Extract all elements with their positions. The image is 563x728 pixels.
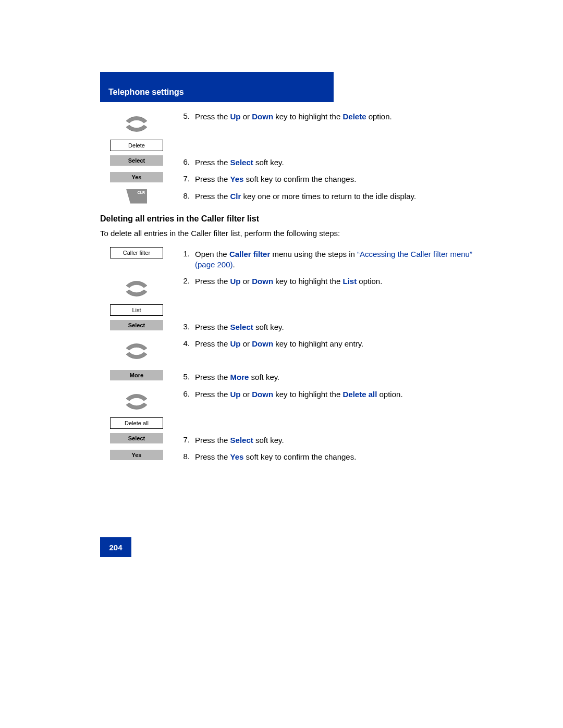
step-number: 5. — [173, 112, 195, 122]
content-area: Delete5.Press the Up or Down key to high… — [100, 109, 476, 466]
highlight-term: Delete — [342, 112, 366, 121]
step-number: 7. — [173, 435, 195, 446]
highlight-term: Clr — [230, 192, 241, 201]
step-text-fragment: Press the — [195, 192, 230, 201]
highlight-term: Up — [230, 112, 241, 121]
step-text: Press the More soft key. — [195, 372, 476, 382]
up-down-key-icon — [122, 274, 151, 303]
instruction-row: 4.Press the Up or Down key to highlight … — [100, 337, 476, 366]
icon-column: More — [100, 370, 173, 380]
step-text-fragment: soft key. — [253, 436, 284, 445]
step-text-fragment: menu using the steps in — [270, 250, 357, 258]
highlight-term: Down — [252, 112, 273, 121]
clr-key-icon: CLR — [126, 189, 147, 204]
step-text-fragment: Open the — [195, 250, 229, 258]
step-text-fragment: soft key. — [253, 323, 284, 331]
text-column: 8.Press the Clr key one or more times to… — [173, 189, 476, 202]
step-text: Open the Caller filter menu using the st… — [195, 249, 476, 270]
highlight-term: Up — [230, 339, 241, 348]
step-text-fragment: Press the — [195, 373, 230, 381]
header-title: Telephone settings — [108, 88, 184, 97]
text-column: 7.Press the Yes soft key to confirm the … — [173, 172, 476, 184]
step-number: 8. — [173, 191, 195, 202]
text-column: 6.Press the Up or Down key to highlight … — [173, 387, 476, 400]
step-text-fragment: option. — [366, 112, 392, 121]
step-text-fragment: Press the — [195, 112, 230, 121]
step-text-fragment: Press the — [195, 158, 230, 167]
step-text: Press the Yes soft key to confirm the ch… — [195, 174, 476, 184]
step-text: Press the Yes soft key to confirm the ch… — [195, 452, 476, 462]
step-text: Press the Select soft key. — [195, 435, 476, 446]
step-text-fragment: option. — [377, 390, 402, 399]
step-text-fragment: soft key to confirm the changes. — [243, 452, 356, 461]
step-text: Press the Select soft key. — [195, 157, 476, 168]
step-text: Press the Up or Down key to highlight an… — [195, 339, 476, 349]
step-text-fragment: soft key. — [249, 373, 279, 381]
step-number: 7. — [173, 174, 195, 184]
icon-column: Caller filter — [100, 247, 173, 258]
step-text-fragment: Press the — [195, 277, 230, 286]
instruction-row: Delete all6.Press the Up or Down key to … — [100, 387, 476, 429]
icon-column: Delete — [100, 109, 173, 151]
step-number: 3. — [173, 322, 195, 332]
highlight-term: Yes — [230, 452, 244, 461]
step-number: 6. — [173, 389, 195, 400]
icon-column: Select — [100, 433, 173, 443]
softkey-label: Select — [110, 433, 163, 443]
step-text-fragment: Press the — [195, 452, 230, 461]
instruction-row: Select6.Press the Select soft key. — [100, 155, 476, 168]
up-down-key-icon — [122, 387, 151, 416]
highlight-term: Select — [230, 323, 253, 331]
step-number: 6. — [173, 157, 195, 168]
highlight-term: List — [342, 277, 357, 286]
menu-option-box: Delete — [110, 140, 163, 151]
text-column: 2.Press the Up or Down key to highlight … — [173, 274, 476, 287]
step-text-fragment: Press the — [195, 175, 230, 183]
highlight-term: Yes — [230, 175, 244, 183]
instruction-row: Yes8.Press the Yes soft key to confirm t… — [100, 450, 476, 462]
step-text-fragment: or — [241, 112, 252, 121]
step-text: Press the Clr key one or more times to r… — [195, 191, 476, 202]
icon-column: List — [100, 274, 173, 316]
instruction-row: Caller filter1.Open the Caller filter me… — [100, 247, 476, 270]
text-column: 5.Press the Up or Down key to highlight … — [173, 109, 476, 122]
step-number: 1. — [173, 249, 195, 270]
step-text-fragment: soft key. — [253, 158, 284, 167]
step-number: 2. — [173, 276, 195, 287]
highlight-term: More — [230, 373, 249, 381]
step-text-fragment: or — [241, 390, 252, 399]
section2-steps: Caller filter1.Open the Caller filter me… — [100, 247, 476, 463]
step-text: Press the Up or Down key to highlight th… — [195, 112, 476, 122]
highlight-term: Down — [252, 277, 273, 286]
section2-heading: Deleting all entries in the Caller filte… — [100, 214, 476, 224]
softkey-label: More — [110, 370, 163, 380]
highlight-term: Down — [252, 390, 273, 399]
page-number: 204 — [100, 537, 131, 557]
step-text-fragment: key one or more times to return to the i… — [241, 192, 416, 201]
highlight-term: Delete all — [342, 390, 377, 399]
icon-column — [100, 337, 173, 366]
text-column: 7.Press the Select soft key. — [173, 433, 476, 446]
step-text: Press the Select soft key. — [195, 322, 476, 332]
icon-column: Yes — [100, 172, 173, 182]
step-text-fragment: key to highlight the — [273, 390, 342, 399]
icon-column: CLR — [100, 189, 173, 204]
softkey-label: Select — [110, 155, 163, 166]
highlight-term: Up — [230, 390, 241, 399]
step-text-fragment: Press the — [195, 436, 230, 445]
step-text-fragment: key to highlight the — [273, 277, 342, 286]
menu-option-box: Delete all — [110, 417, 163, 429]
menu-option-box: List — [110, 304, 163, 316]
step-number: 4. — [173, 339, 195, 349]
step-text-fragment: Press the — [195, 339, 230, 348]
highlight-term: Caller filter — [229, 250, 270, 258]
text-column: 6.Press the Select soft key. — [173, 155, 476, 168]
step-number: 8. — [173, 452, 195, 462]
text-column: 5.Press the More soft key. — [173, 370, 476, 382]
step-text: Press the Up or Down key to highlight th… — [195, 276, 476, 287]
section1-steps: Delete5.Press the Up or Down key to high… — [100, 109, 476, 204]
up-down-key-icon — [122, 109, 151, 139]
instruction-row: More5.Press the More soft key. — [100, 370, 476, 382]
icon-column: Select — [100, 320, 173, 330]
up-down-key-icon — [122, 337, 151, 366]
